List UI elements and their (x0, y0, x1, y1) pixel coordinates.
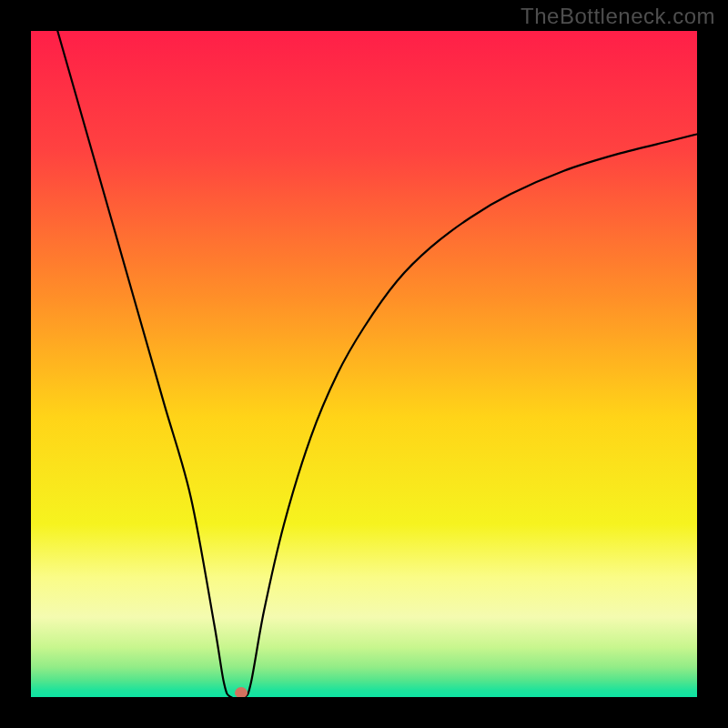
plot-area (31, 31, 697, 697)
optimal-point-marker (235, 687, 248, 697)
curve-layer (31, 31, 697, 697)
chart-frame: TheBottleneck.com (0, 0, 728, 728)
watermark-text: TheBottleneck.com (521, 4, 715, 29)
bottleneck-curve (57, 31, 697, 697)
